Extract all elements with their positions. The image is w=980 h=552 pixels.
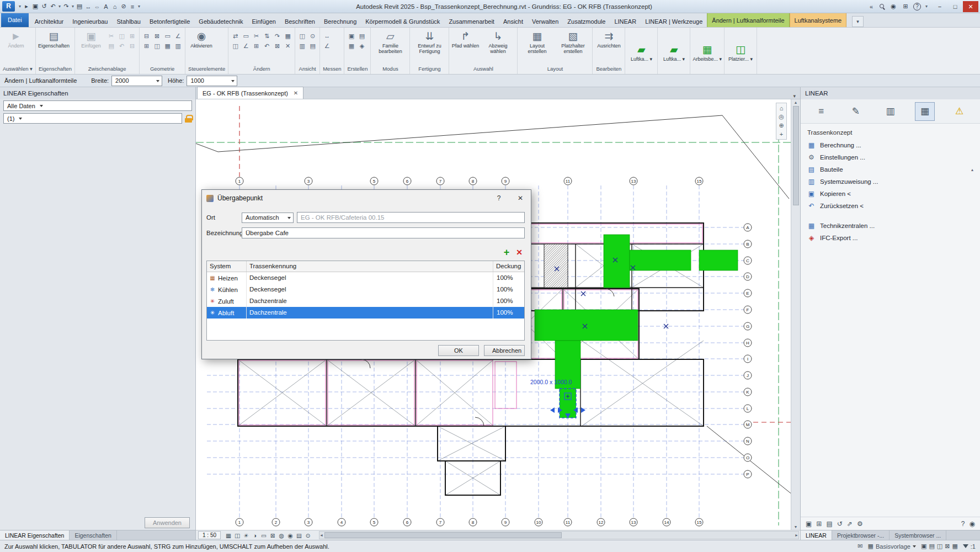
ribbon-tool-icon[interactable]: ∠ bbox=[322, 41, 332, 51]
constraints-icon[interactable]: ⊙ bbox=[303, 532, 312, 539]
ribbon-panel-label-ansicht[interactable]: Ansicht bbox=[295, 66, 319, 74]
menu-icon[interactable]: ≡ bbox=[811, 102, 831, 121]
ribbon-tab-beschriften[interactable]: Beschriften bbox=[280, 15, 319, 27]
ribbon-button-layout-erstellen[interactable]: ▦Layout erstellen bbox=[520, 29, 554, 55]
system-row-zuluft[interactable]: ✳ZuluftDachzentrale100% bbox=[207, 295, 524, 307]
ribbon-panel-label-messen[interactable]: Messen bbox=[320, 66, 344, 74]
selection-toggle-icon[interactable]: ▦ bbox=[952, 543, 957, 550]
revit-logo[interactable]: R bbox=[2, 1, 15, 12]
layers-icon[interactable]: ▤ bbox=[826, 520, 832, 528]
ribbon-tool-icon[interactable]: ▤ bbox=[357, 31, 366, 41]
ribbon-tab-betonfertigteile[interactable]: Betonfertigteile bbox=[145, 15, 194, 27]
ribbon-tool-icon[interactable]: ▦ bbox=[283, 31, 292, 41]
dialog-close-button[interactable]: ✕ bbox=[511, 194, 530, 202]
ribbon-tool-icon[interactable]: ◈ bbox=[357, 41, 366, 51]
system-row-kühlen[interactable]: ❄KühlenDeckensegel100% bbox=[207, 284, 524, 295]
ribbon-tab-ändern-luftkanalformteile[interactable]: Ändern | Luftkanalformteile bbox=[707, 13, 789, 27]
ribbon-tab-datei[interactable]: Datei bbox=[1, 13, 29, 27]
ok-button[interactable]: OK bbox=[438, 345, 479, 356]
ribbon-tool-icon[interactable]: ✂ bbox=[252, 31, 261, 41]
ribbon-panel-label-eigenschaften[interactable]: Eigenschaften bbox=[36, 66, 74, 74]
ribbon-tab-gebäudetechnik[interactable]: Gebäudetechnik bbox=[194, 15, 247, 27]
panel-help-icon[interactable]: ? bbox=[961, 520, 965, 528]
ribbon-panel-label-ändern[interactable]: Ändern bbox=[228, 66, 295, 74]
linear-item-ifc-export[interactable]: ◈IFC-Export ... bbox=[801, 232, 980, 244]
detail-level-icon[interactable]: ▦ bbox=[224, 532, 233, 539]
sun-path-icon[interactable]: ☀ bbox=[242, 532, 251, 539]
ribbon-tab-verwalten[interactable]: Verwalten bbox=[528, 15, 563, 27]
ribbon-tool-icon[interactable]: ⊠ bbox=[273, 41, 282, 51]
section-icon[interactable]: ⊘ bbox=[119, 3, 128, 10]
ribbon-tool-icon[interactable]: ▤ bbox=[308, 41, 317, 51]
ribbon-tab-ingenieurbau[interactable]: Ingenieurbau bbox=[68, 15, 112, 27]
ribbon-tool-icon[interactable]: ⊙ bbox=[308, 31, 317, 41]
ribbon-tool-icon[interactable]: ▦ bbox=[347, 41, 356, 51]
panel-settings-icon[interactable]: ⚙ bbox=[857, 520, 863, 528]
close-button[interactable]: ✕ bbox=[963, 1, 978, 12]
ribbon-panel-label-erstellen[interactable]: Erstellen bbox=[344, 66, 370, 74]
scroll-up-icon[interactable]: ▲ bbox=[794, 100, 798, 104]
ribbon-button-ausrichten[interactable]: ⇉Ausrichten bbox=[595, 29, 622, 49]
ribbon-panel-label-modus[interactable]: Modus bbox=[371, 66, 409, 74]
text-icon[interactable]: A bbox=[102, 3, 110, 10]
minimize-button[interactable]: − bbox=[932, 1, 947, 12]
undo-icon[interactable]: ↶ bbox=[49, 3, 57, 10]
ort-value-field[interactable]: EG - OK RFB/Cafeteria 00.15 bbox=[297, 212, 525, 223]
editing-requests-icon[interactable]: ✉ bbox=[858, 543, 862, 550]
dialog-title-bar[interactable]: Übergabepunkt ? ✕ bbox=[202, 190, 531, 206]
search-icon[interactable] bbox=[879, 3, 886, 10]
ribbon-tab-stahlbau[interactable]: Stahlbau bbox=[113, 15, 145, 27]
ribbon-tool-icon[interactable]: ⊟ bbox=[142, 31, 151, 41]
open-icon[interactable]: ▸ bbox=[22, 3, 31, 10]
filter-control[interactable]: :1 bbox=[963, 543, 976, 550]
linear-item-zurücksetzen[interactable]: ↶Zurücksetzen < bbox=[801, 200, 980, 212]
linear-item-kopieren[interactable]: ▣Kopieren < bbox=[801, 188, 980, 200]
ribbon-panel-label-auswahl[interactable]: Auswahl bbox=[449, 66, 517, 74]
panel-tab-linear-eigenschaften[interactable]: LINEAR Eigenschaften bbox=[0, 530, 70, 540]
vertical-scroll-thumb[interactable] bbox=[793, 106, 799, 205]
system-row-abluft[interactable]: ✳AbluftDachzentrale100% bbox=[207, 307, 524, 319]
ribbon-button-luftka[interactable]: ▰Luftka... ▾ bbox=[660, 43, 688, 62]
shadows-icon[interactable]: ◑ bbox=[251, 532, 259, 539]
panel-tab-eigenschaften[interactable]: Eigenschaften bbox=[70, 530, 117, 540]
ribbon-button-platzier[interactable]: ◫Platzier... ▾ bbox=[727, 43, 754, 62]
remove-system-button[interactable]: ✕ bbox=[516, 247, 523, 257]
linear-item-systemzuweisung[interactable]: ▥Systemzuweisung ... bbox=[801, 176, 980, 188]
ribbon-tool-icon[interactable]: ↔ bbox=[322, 31, 332, 41]
ribbon-tab-linear-werkzeuge[interactable]: LINEAR | Werkzeuge bbox=[641, 15, 707, 27]
undo-menu-icon[interactable]: ▾ bbox=[57, 4, 62, 9]
selection-toggle-icon[interactable]: ◫ bbox=[937, 543, 942, 550]
column-header-system[interactable]: System bbox=[207, 261, 247, 272]
views-icon[interactable]: ▥ bbox=[880, 102, 900, 121]
ribbon-tool-icon[interactable]: ∠ bbox=[173, 31, 183, 41]
ribbon-button-luftka[interactable]: ▰Luftka... ▾ bbox=[627, 43, 655, 62]
save-icon[interactable]: ▣ bbox=[31, 3, 40, 10]
pan-icon[interactable]: + bbox=[777, 131, 786, 137]
redo-menu-icon[interactable]: ▾ bbox=[71, 4, 75, 9]
ribbon-tool-icon[interactable]: ⊠ bbox=[152, 31, 162, 41]
ribbon-panel-label-layout[interactable]: Layout bbox=[518, 66, 592, 74]
ribbon-panel-label-auswählen[interactable]: Auswählen ▾ bbox=[0, 66, 35, 74]
ribbon-tab-zusatzmodule[interactable]: Zusatzmodule bbox=[563, 15, 610, 27]
ort-mode-combo[interactable]: Automatisch bbox=[242, 213, 294, 223]
ribbon-tool-icon[interactable]: ▥ bbox=[173, 41, 183, 51]
ribbon-button-arbeitsbe[interactable]: ▦Arbeitsbe... ▾ bbox=[693, 43, 722, 62]
ribbon-tool-icon[interactable]: ⇄ bbox=[231, 31, 240, 41]
linear-item-technikzentralen[interactable]: ▦Technikzentralen ... bbox=[801, 220, 980, 232]
refresh-icon[interactable]: ↺ bbox=[837, 520, 843, 528]
thin-lines-icon[interactable]: ≡ bbox=[128, 3, 137, 10]
ribbon-tool-icon[interactable]: ✂ bbox=[106, 31, 116, 41]
maximize-button[interactable]: □ bbox=[947, 1, 963, 12]
navbar-toggle-icon[interactable]: ⌂ bbox=[777, 105, 786, 112]
column-header-trassenkennung[interactable]: Trassenkennung bbox=[247, 261, 493, 272]
ribbon-tool-icon[interactable]: ∠ bbox=[241, 41, 251, 51]
canvas-vertical-scrollbar[interactable]: ▲ ▼ bbox=[791, 99, 800, 530]
help-icon[interactable]: ? bbox=[913, 3, 921, 10]
ribbon-collapse-button[interactable]: ▾ bbox=[852, 16, 864, 27]
ribbon-button-abzweig-wählen[interactable]: ↳Abzweig wählen bbox=[481, 29, 515, 55]
scale-control[interactable]: 1 : 50 bbox=[198, 531, 221, 539]
ribbon-tool-icon[interactable]: ✕ bbox=[283, 41, 292, 51]
panel-tab-systembrowser[interactable]: Systembrowser ... bbox=[890, 530, 946, 540]
calculation-icon[interactable]: ▦ bbox=[915, 102, 935, 121]
width-combo[interactable]: 2000 bbox=[111, 76, 162, 86]
